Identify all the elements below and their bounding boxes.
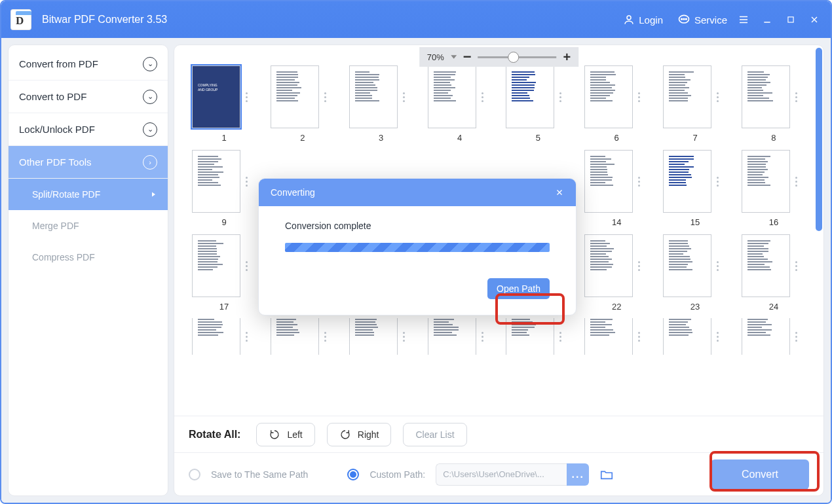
dots-menu-icon[interactable] (638, 177, 640, 187)
clear-list-button[interactable]: Clear List (403, 423, 466, 446)
dots-menu-icon[interactable] (717, 332, 719, 342)
custom-path-radio[interactable] (347, 469, 359, 480)
dialog-titlebar: Converting (259, 179, 576, 206)
login-button[interactable]: Login (623, 14, 663, 26)
dots-menu-icon[interactable] (638, 92, 640, 102)
page-thumbnail[interactable]: COMPLYINGAND GROUP1 (187, 65, 261, 143)
dots-menu-icon[interactable] (559, 92, 561, 102)
svg-point-4 (685, 18, 687, 20)
maximize-button[interactable] (784, 12, 798, 27)
same-path-label: Save to The Same Path (211, 469, 308, 480)
page-thumbnail[interactable]: 15 (658, 149, 732, 227)
chevron-down-icon[interactable] (451, 55, 457, 59)
open-path-button[interactable]: Open Path (487, 278, 550, 299)
page-number: 9 (221, 217, 226, 227)
page-thumbnail[interactable] (266, 318, 339, 355)
page-thumbnail[interactable]: 22 (580, 234, 653, 312)
page-thumbnail[interactable] (658, 318, 732, 355)
converting-dialog: Converting Conversion complete Open Path (258, 178, 577, 315)
page-thumbnail[interactable]: 16 (737, 149, 810, 227)
page-number: 17 (219, 302, 229, 312)
sidebar-section-lock-unlock-pdf[interactable]: Lock/Unlock PDF ⌄ (9, 113, 168, 146)
page-thumbnail[interactable] (501, 318, 575, 355)
dots-menu-icon[interactable] (482, 332, 483, 342)
dots-menu-icon[interactable] (324, 92, 326, 102)
rotate-right-button[interactable]: Right (327, 423, 392, 446)
convert-button-label: Convert (742, 469, 778, 480)
page-thumbnail[interactable]: 9 (187, 149, 261, 227)
zoom-in-button[interactable]: + (563, 50, 571, 65)
zoom-slider[interactable] (478, 56, 557, 58)
page-thumbnail[interactable]: 8 (737, 65, 810, 143)
page-thumbnail[interactable] (423, 318, 497, 355)
dots-menu-icon[interactable] (638, 261, 640, 271)
page-thumbnail[interactable]: 5 (501, 65, 575, 143)
dots-menu-icon[interactable] (795, 177, 797, 187)
minimize-button[interactable] (760, 12, 774, 27)
chevron-down-icon: ⌄ (143, 90, 157, 104)
page-thumbnail[interactable] (580, 318, 653, 355)
page-thumbnail[interactable]: 2 (266, 65, 339, 143)
sidebar-section-convert-from-pdf[interactable]: Convert from PDF ⌄ (9, 48, 168, 81)
dots-menu-icon[interactable] (638, 332, 640, 342)
sidebar-item-split-rotate-pdf[interactable]: Split/Rotate PDF (9, 179, 168, 210)
app-logo-icon: D (10, 9, 31, 30)
dots-menu-icon[interactable] (717, 261, 719, 271)
close-button[interactable] (807, 12, 822, 27)
hamburger-menu-icon[interactable] (736, 12, 751, 27)
rotate-toolbar: Rotate All: Left Right Clear List (174, 416, 823, 452)
output-path-bar: Save to The Same Path Custom Path: C:\Us… (174, 452, 823, 495)
zoom-out-button[interactable]: − (463, 48, 472, 65)
page-thumbnail[interactable] (187, 318, 261, 355)
custom-path-input[interactable]: C:\Users\User\OneDrive\... (436, 463, 567, 486)
page-thumbnail[interactable]: 7 (658, 65, 732, 143)
page-thumbnail[interactable]: 17 (187, 234, 261, 312)
chevron-right-icon: › (143, 155, 157, 170)
page-thumbnail[interactable]: 6 (580, 65, 653, 143)
dots-menu-icon[interactable] (717, 177, 719, 187)
dots-menu-icon[interactable] (717, 92, 719, 102)
dots-menu-icon[interactable] (246, 92, 248, 102)
dots-menu-icon[interactable] (246, 332, 248, 342)
same-path-radio[interactable] (189, 469, 200, 480)
page-thumbnail[interactable] (345, 318, 418, 355)
sidebar-item-label: Compress PDF (32, 252, 95, 262)
rotate-left-icon (269, 429, 280, 441)
page-thumbnail[interactable] (737, 318, 810, 355)
sidebar-item-compress-pdf[interactable]: Compress PDF (9, 242, 168, 273)
chat-icon (677, 13, 690, 26)
dots-menu-icon[interactable] (324, 332, 326, 342)
page-thumbnail[interactable]: 24 (737, 234, 810, 312)
sidebar-section-label: Lock/Unlock PDF (19, 124, 95, 135)
page-thumbnail[interactable]: 3 (345, 65, 418, 143)
page-thumbnail[interactable]: 23 (658, 234, 732, 312)
rotate-left-button[interactable]: Left (256, 423, 314, 446)
sidebar-section-convert-to-pdf[interactable]: Convert to PDF ⌄ (9, 81, 168, 113)
convert-button[interactable]: Convert (711, 459, 809, 490)
dots-menu-icon[interactable] (246, 177, 248, 187)
page-thumbnail[interactable]: 14 (580, 149, 653, 227)
svg-point-0 (627, 16, 631, 20)
sidebar-item-merge-pdf[interactable]: Merge PDF (9, 210, 168, 242)
page-number: 16 (769, 217, 778, 227)
dots-menu-icon[interactable] (403, 332, 405, 342)
folder-icon[interactable] (599, 467, 614, 482)
login-label: Login (639, 14, 663, 26)
dialog-close-icon[interactable] (555, 188, 564, 197)
dialog-title: Converting (271, 187, 315, 198)
browse-button[interactable]: ... (567, 463, 589, 486)
scrollbar[interactable] (816, 48, 822, 231)
page-thumbnail[interactable]: 4 (423, 65, 497, 143)
chevron-down-icon: ⌄ (143, 122, 157, 137)
service-button[interactable]: Service (677, 13, 727, 26)
sidebar-section-other-pdf-tools[interactable]: Other PDF Tools › (9, 146, 168, 179)
dots-menu-icon[interactable] (795, 92, 797, 102)
dots-menu-icon[interactable] (482, 92, 483, 102)
page-number: 8 (771, 133, 776, 143)
rotate-all-label: Rotate All: (189, 429, 240, 441)
dots-menu-icon[interactable] (795, 261, 797, 271)
dots-menu-icon[interactable] (403, 92, 405, 102)
dots-menu-icon[interactable] (559, 332, 561, 342)
dots-menu-icon[interactable] (246, 261, 248, 271)
dots-menu-icon[interactable] (795, 332, 797, 342)
